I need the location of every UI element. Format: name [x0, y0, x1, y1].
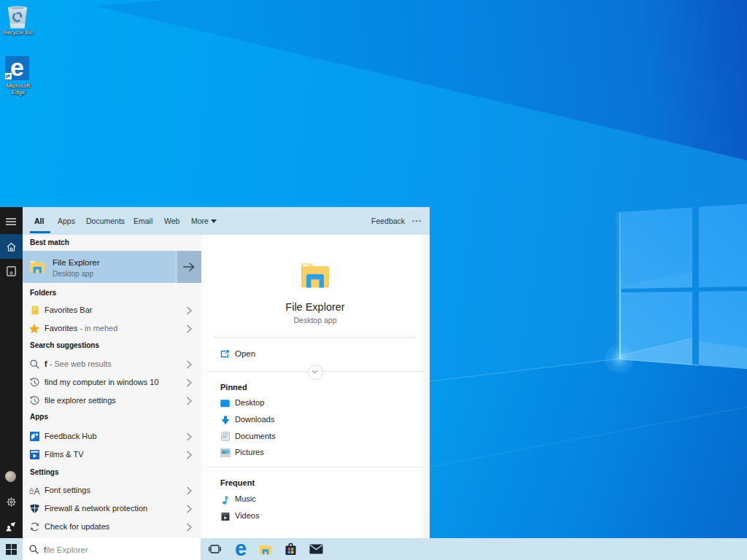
- svg-text:A: A: [29, 486, 34, 494]
- svg-text:A: A: [34, 486, 40, 496]
